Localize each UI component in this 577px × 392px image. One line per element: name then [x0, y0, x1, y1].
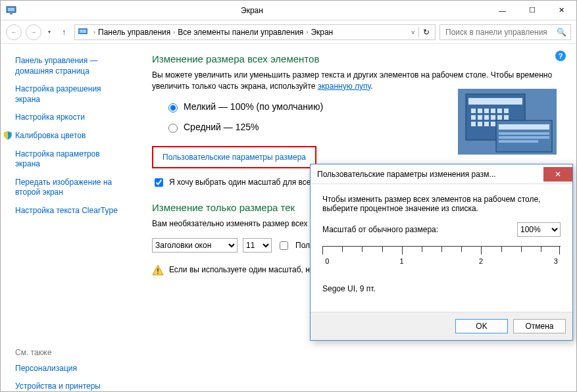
close-button[interactable]: ✕: [547, 3, 576, 18]
custom-dpi-dialog: Пользовательские параметры изменения раз…: [310, 164, 573, 341]
refresh-button[interactable]: ↻: [423, 28, 430, 37]
svg-rect-12: [497, 109, 502, 113]
sidebar-item-calibration[interactable]: Калибровка цветов: [15, 131, 86, 141]
shield-icon: [3, 131, 13, 140]
radio-small-input[interactable]: [168, 103, 178, 112]
svg-rect-31: [157, 268, 159, 272]
heading-resize-all: Изменение размера всех элементов: [152, 53, 563, 64]
maximize-button[interactable]: ☐: [517, 3, 547, 18]
sidebar-home[interactable]: Панель управления — домашняя страница: [15, 56, 126, 76]
dialog-title: Пользовательские параметры изменения раз…: [317, 170, 543, 179]
sidebar-item-cleartype[interactable]: Настройка текста ClearType: [15, 206, 126, 216]
svg-rect-13: [504, 109, 509, 113]
search-input[interactable]: [444, 27, 557, 37]
sidebar-item-brightness[interactable]: Настройка яркости: [15, 112, 126, 123]
sidebar: Панель управления — домашняя страница На…: [1, 44, 132, 391]
navbar: ← → ▾ ↑ › Панель управления › Все элемен…: [1, 20, 576, 44]
svg-rect-14: [471, 115, 476, 120]
bold-checkbox[interactable]: [280, 241, 288, 250]
warning-icon: [152, 264, 164, 276]
titlebar: Экран — ☐ ✕: [1, 1, 576, 20]
scale-ruler[interactable]: 0 1 2 3: [322, 246, 561, 279]
svg-rect-20: [471, 122, 476, 126]
seealso-personalization[interactable]: Персонализация: [15, 364, 126, 374]
svg-rect-8: [471, 109, 476, 113]
search-icon[interactable]: 🔍: [557, 28, 566, 37]
single-scale-checkbox[interactable]: [155, 178, 163, 187]
svg-rect-16: [484, 115, 489, 120]
display-icon: [6, 5, 16, 16]
crumb-3[interactable]: Экран: [311, 28, 333, 37]
svg-rect-15: [478, 115, 482, 120]
svg-rect-17: [491, 115, 495, 120]
window: Экран — ☐ ✕ ← → ▾ ↑ › Панель управления …: [0, 0, 577, 392]
dialog-titlebar: Пользовательские параметры изменения раз…: [311, 164, 572, 184]
svg-rect-19: [504, 115, 509, 120]
minimize-button[interactable]: —: [488, 3, 517, 18]
svg-rect-21: [478, 122, 482, 126]
fontsize-select[interactable]: 11: [243, 238, 272, 253]
help-button[interactable]: ?: [555, 51, 566, 61]
svg-rect-30: [499, 140, 538, 143]
seealso-devices[interactable]: Устройства и принтеры: [15, 381, 126, 392]
svg-rect-2: [10, 13, 13, 14]
custom-size-link[interactable]: Пользовательские параметры размера: [163, 153, 306, 162]
breadcrumb[interactable]: › Панель управления › Все элементы панел…: [74, 24, 436, 40]
svg-rect-10: [484, 109, 489, 113]
svg-rect-23: [491, 122, 495, 126]
sidebar-item-display-settings[interactable]: Настройка параметров экрана: [15, 149, 126, 170]
preview-image: [458, 89, 557, 155]
scale-label: Масштаб от обычного размера:: [322, 225, 517, 234]
search-box[interactable]: 🔍: [439, 24, 571, 40]
svg-rect-4: [80, 30, 86, 33]
svg-rect-7: [468, 98, 522, 105]
ok-button[interactable]: OK: [455, 319, 508, 333]
radio-medium-input[interactable]: [168, 124, 178, 133]
crumb-2[interactable]: Все элементы панели управления: [178, 28, 303, 37]
sidebar-item-project[interactable]: Передать изображение на второй экран: [15, 178, 126, 198]
cancel-button[interactable]: Отмена: [513, 319, 566, 333]
scale-select[interactable]: 100%: [517, 222, 561, 237]
dialog-desc: Чтобы изменить размер всех элементов на …: [322, 195, 561, 213]
single-scale-label: Я хочу выбрать один масштаб для всех: [169, 178, 314, 187]
crumb-1[interactable]: Панель управления: [98, 28, 170, 37]
dropdown-caret[interactable]: v: [412, 29, 415, 36]
monitor-icon: [78, 27, 88, 37]
element-select[interactable]: Заголовки окон: [152, 238, 238, 253]
history-dropdown[interactable]: ▾: [45, 29, 53, 35]
svg-rect-22: [484, 122, 489, 126]
svg-rect-1: [8, 8, 14, 11]
svg-rect-27: [499, 124, 549, 130]
svg-rect-9: [478, 109, 482, 113]
svg-rect-18: [497, 115, 502, 120]
window-title: Экран: [16, 6, 488, 15]
svg-rect-32: [157, 273, 159, 274]
sidebar-item-resolution[interactable]: Настройка разрешения экрана: [15, 84, 126, 105]
up-button[interactable]: ↑: [57, 28, 70, 37]
font-sample: Segoe UI, 9 пт.: [322, 284, 561, 293]
forward-button[interactable]: →: [26, 24, 41, 40]
magnifier-link[interactable]: экранную лупу: [318, 82, 371, 91]
svg-rect-29: [499, 136, 549, 139]
seealso-label: См. также: [15, 348, 126, 357]
svg-rect-11: [491, 109, 495, 113]
back-button[interactable]: ←: [6, 24, 22, 40]
custom-size-highlight: Пользовательские параметры размера: [152, 146, 316, 168]
svg-rect-28: [499, 132, 549, 135]
dialog-close-button[interactable]: ✕: [543, 167, 572, 182]
